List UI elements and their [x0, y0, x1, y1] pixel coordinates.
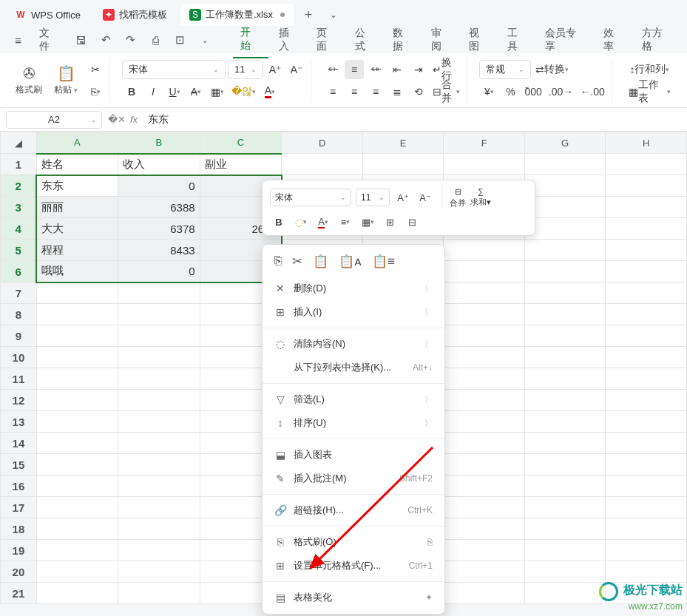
cell-A14[interactable] [36, 433, 118, 454]
cell-H1[interactable] [606, 154, 687, 175]
cell-B19[interactable] [118, 540, 200, 561]
row-header-14[interactable]: 14 [1, 433, 37, 454]
cell-G14[interactable] [524, 433, 606, 454]
cell-G13[interactable] [524, 411, 606, 433]
cell-G1[interactable] [524, 154, 606, 175]
col-header-E[interactable]: E [362, 132, 444, 154]
ctx-item[interactable]: ⊞插入(I)〉 [263, 300, 444, 324]
cut-button[interactable]: ✂ [86, 60, 105, 79]
print-icon[interactable]: ⎙ [144, 30, 166, 50]
rowcol-button[interactable]: ↕ 行和列▾ [624, 60, 675, 79]
cell-H2[interactable] [606, 175, 687, 197]
cell-G2[interactable] [524, 175, 606, 197]
cell-H13[interactable] [606, 411, 687, 433]
row-header-1[interactable]: 1 [1, 154, 37, 175]
ctx-paste-values-icon[interactable]: 📋≡ [372, 254, 395, 269]
cell-F17[interactable] [444, 497, 525, 518]
ctx-paste-special-icon[interactable]: 📋ᴀ [339, 254, 362, 269]
dec-dec-button[interactable]: ←.00 [578, 82, 606, 101]
cell-G5[interactable] [524, 240, 606, 261]
cell-A6[interactable]: 哦哦 [36, 261, 118, 282]
cell-A9[interactable] [36, 325, 118, 347]
align-center-button[interactable]: ≡ [345, 82, 364, 101]
justify-button[interactable]: ≣ [388, 82, 407, 101]
ctx-item[interactable]: ▤表格美化✦ [263, 586, 444, 609]
cell-A12[interactable] [36, 390, 118, 411]
mini-font-size[interactable]: 11⌄ [356, 189, 390, 206]
ctx-item[interactable]: 从下拉列表中选择(K)...Alt+↓ [263, 356, 444, 379]
col-header-C[interactable]: C [200, 132, 282, 154]
transpose-button[interactable]: ⇄ 转换▾ [533, 60, 571, 79]
cell-H5[interactable] [606, 240, 687, 261]
mini-align[interactable]: ≡▾ [336, 213, 354, 231]
ctx-item[interactable]: ▽筛选(L)〉 [263, 387, 444, 411]
font-name-select[interactable]: 宋体⌄ [122, 60, 226, 79]
indent-inc-button[interactable]: ⇥ [409, 60, 428, 79]
qat-dropdown-icon[interactable]: ⌄ [194, 30, 215, 50]
currency-button[interactable]: ¥▾ [479, 82, 498, 101]
cell-H3[interactable] [606, 197, 687, 218]
cell-B13[interactable] [118, 411, 200, 433]
row-header-17[interactable]: 17 [1, 497, 37, 518]
row-header-7[interactable]: 7 [1, 282, 37, 304]
mini-extra1[interactable]: ⊞ [381, 213, 399, 231]
row-header-19[interactable]: 19 [1, 540, 37, 561]
cell-F10[interactable] [444, 347, 525, 368]
cell-A18[interactable] [36, 518, 118, 540]
fill-color-button[interactable]: �않▾ [229, 82, 258, 101]
hamburger-icon[interactable]: ≡ [7, 30, 29, 50]
cell-A4[interactable]: 大大 [36, 218, 118, 240]
cell-G12[interactable] [524, 390, 606, 411]
cell-A1[interactable]: 姓名 [36, 154, 118, 175]
cell-H19[interactable] [606, 540, 687, 561]
cell-A7[interactable] [36, 282, 118, 304]
cell-F12[interactable] [444, 390, 525, 411]
worksheet-button[interactable]: ▦ 工作表▾ [624, 82, 675, 101]
tab-formula[interactable]: 公式 [348, 22, 382, 58]
cell-H14[interactable] [606, 433, 687, 454]
cell-F16[interactable] [444, 475, 525, 497]
ctx-item[interactable]: ✕删除(D)〉 [263, 277, 444, 300]
mini-sum[interactable]: ∑求和▾ [470, 187, 491, 208]
cell-A10[interactable] [36, 347, 118, 368]
cell-F5[interactable] [444, 240, 525, 261]
font-color-button[interactable]: A▾ [260, 82, 280, 101]
cell-A8[interactable] [36, 304, 118, 325]
cell-A16[interactable] [36, 475, 118, 497]
cancel-fx-icon[interactable]: �✕ [108, 114, 126, 125]
font-size-select[interactable]: 11⌄ [228, 60, 263, 79]
mini-color[interactable]: A▾ [314, 213, 332, 231]
cell-B11[interactable] [118, 368, 200, 390]
row-header-5[interactable]: 5 [1, 240, 37, 261]
row-header-21[interactable]: 21 [1, 583, 37, 604]
cell-B7[interactable] [118, 282, 200, 304]
cell-A17[interactable] [36, 497, 118, 518]
row-header-15[interactable]: 15 [1, 454, 37, 475]
cell-G21[interactable] [524, 583, 606, 604]
cell-G17[interactable] [524, 497, 606, 518]
cell-F14[interactable] [444, 433, 525, 454]
row-header-9[interactable]: 9 [1, 325, 37, 347]
cell-F21[interactable] [444, 583, 525, 604]
cell-F1[interactable] [444, 154, 525, 175]
cell-H15[interactable] [606, 454, 687, 475]
row-header-18[interactable]: 18 [1, 518, 37, 540]
italic-button[interactable]: I [143, 82, 163, 101]
align-bottom-button[interactable]: ⬵ [366, 60, 385, 79]
save-icon[interactable]: 🖫 [70, 30, 92, 50]
col-header-H[interactable]: H [606, 132, 687, 154]
cell-B21[interactable] [118, 583, 200, 604]
cell-F18[interactable] [444, 518, 525, 540]
border-button[interactable]: ▦▾ [208, 82, 227, 101]
cell-B14[interactable] [118, 433, 200, 454]
cell-A15[interactable] [36, 454, 118, 475]
cell-H4[interactable] [606, 218, 687, 240]
row-header-8[interactable]: 8 [1, 304, 37, 325]
font-grow-button[interactable]: A⁺ [265, 60, 285, 79]
tab-page[interactable]: 页面 [309, 22, 344, 58]
bold-button[interactable]: B [122, 82, 141, 101]
template-tab[interactable]: ✦ 找稻壳模板 [94, 4, 176, 26]
tab-data[interactable]: 数据 [385, 22, 420, 58]
mini-fill[interactable]: ◌▾ [292, 213, 310, 231]
align-top-button[interactable]: ⬴ [323, 60, 342, 79]
